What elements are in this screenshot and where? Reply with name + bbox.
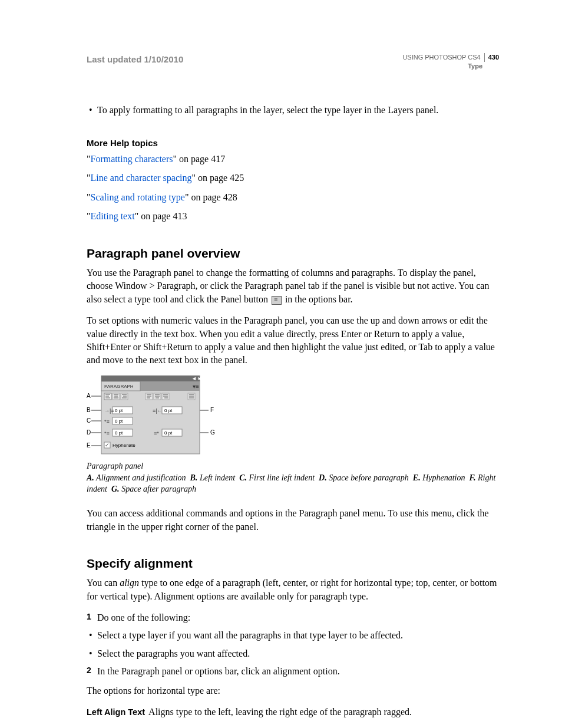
section1-title: Paragraph panel overview [87, 245, 499, 262]
left-indent-value: 0 pt [115, 408, 123, 413]
steps-list: Do one of the following: Select a type l… [87, 611, 499, 678]
label-g: G [210, 429, 215, 436]
text: in the options bar. [283, 294, 353, 304]
svg-text:≡*: ≡* [154, 430, 159, 436]
legend-text: First line left indent [249, 473, 315, 482]
step-1b: Select the paragraphs you want affected. [87, 647, 499, 660]
space-after-value: 0 pt [164, 430, 173, 436]
help-link-row: "Editing text" on page 413 [87, 210, 499, 223]
first-line-indent-value: 0 pt [115, 419, 123, 424]
svg-text:*≡: *≡ [104, 430, 110, 436]
step-1: Do one of the following: [87, 611, 499, 624]
figure-caption: Paragraph panel [87, 460, 499, 472]
header-right: USING PHOTOSHOP CS4 430 Type [402, 53, 499, 71]
legend-text: Left indent [200, 473, 235, 482]
legend-key: F. [469, 473, 475, 482]
def-desc: Aligns type to the left, leaving the rig… [148, 707, 412, 717]
def-left-align: Left Align TextAligns type to the left, … [87, 706, 499, 719]
svg-text:→|≡: →|≡ [104, 408, 114, 414]
help-link[interactable]: Line and character spacing [91, 173, 192, 183]
legend-key: B. [190, 473, 198, 482]
page-number: 430 [485, 53, 499, 62]
last-updated: Last updated 1/10/2010 [87, 53, 183, 65]
intro-bullet: To apply formatting to all paragraphs in… [87, 104, 499, 117]
svg-text:≡|←: ≡|← [153, 408, 163, 414]
section1-p3: You can access additional commands and o… [87, 507, 499, 533]
paragraph-panel-svg: A B C D E F G ◄◄ ✕ PARAGRAPH ▾≡ [87, 375, 216, 458]
section2-title: Specify alignment [87, 555, 499, 572]
label-b: B [87, 407, 91, 413]
legend-text: Hyphenation [422, 473, 465, 482]
label-c: C [87, 417, 91, 424]
section2-p1: You can align type to one edge of a para… [87, 577, 499, 603]
label-e: E [87, 442, 91, 449]
panel-icon [272, 296, 282, 305]
def-term: Left Align Text [87, 707, 145, 717]
text-italic: align [120, 578, 139, 588]
legend-text: Space after paragraph [121, 485, 196, 493]
menu-icon: ▾≡ [193, 383, 199, 390]
help-link-row: "Formatting characters" on page 417 [87, 153, 499, 166]
help-link[interactable]: Editing text [91, 211, 135, 221]
section1-p2: To set options with numeric values in th… [87, 314, 499, 367]
page: Last updated 1/10/2010 USING PHOTOSHOP C… [0, 0, 562, 728]
help-link[interactable]: Formatting characters [91, 154, 173, 164]
label-f: F [210, 407, 214, 413]
paragraph-panel-figure: A B C D E F G ◄◄ ✕ PARAGRAPH ▾≡ [87, 375, 499, 458]
hyphenate-label: Hyphenate [113, 443, 135, 448]
help-link[interactable]: Scaling and rotating type [91, 192, 185, 202]
figure-legend: A. Alignment and justification B. Left i… [87, 473, 499, 495]
legend-text: Alignment and justification [96, 473, 186, 482]
doc-title: USING PHOTOSHOP CS4 [402, 53, 484, 62]
legend-key: D. [319, 473, 327, 482]
right-indent-value: 0 pt [164, 408, 173, 413]
page-header: Last updated 1/10/2010 USING PHOTOSHOP C… [87, 53, 499, 71]
legend-key: A. [87, 473, 94, 482]
def-center-text: Center TextAligns type to the center, le… [87, 726, 499, 728]
help-link-row: "Scaling and rotating type" on page 428 [87, 191, 499, 204]
svg-text:*≡: *≡ [104, 419, 110, 424]
panel-tab-label: PARAGRAPH [104, 384, 134, 389]
text: type to one edge of a paragraph (left, c… [87, 578, 497, 601]
help-suffix: on page 428 [189, 192, 237, 202]
legend-key: G. [111, 485, 120, 493]
label-d: D [87, 429, 91, 436]
label-a: A [87, 393, 91, 399]
svg-rect-8 [101, 375, 200, 381]
space-before-value: 0 pt [115, 430, 123, 436]
help-suffix: on page 413 [138, 211, 187, 221]
help-link-row: "Line and character spacing" on page 425 [87, 172, 499, 185]
close-icon: ✕ [197, 376, 201, 381]
legend-key: C. [239, 473, 247, 482]
legend-key: E. [413, 473, 421, 482]
section2-p2: The options for horizontal type are: [87, 684, 499, 697]
section-name: Type [402, 62, 499, 71]
section1-p1: You use the Paragraph panel to change th… [87, 266, 499, 306]
svg-text:✓: ✓ [105, 442, 110, 448]
step-1a: Select a type layer if you want all the … [87, 629, 499, 642]
legend-text: Space before paragraph [329, 473, 409, 482]
help-suffix: on page 425 [196, 173, 244, 183]
more-help-heading: More Help topics [87, 137, 499, 149]
text: You can [87, 578, 120, 588]
intro-bullets: To apply formatting to all paragraphs in… [87, 104, 499, 117]
help-suffix: on page 417 [177, 154, 225, 164]
step-2: In the Paragraph panel or options bar, c… [87, 665, 499, 678]
